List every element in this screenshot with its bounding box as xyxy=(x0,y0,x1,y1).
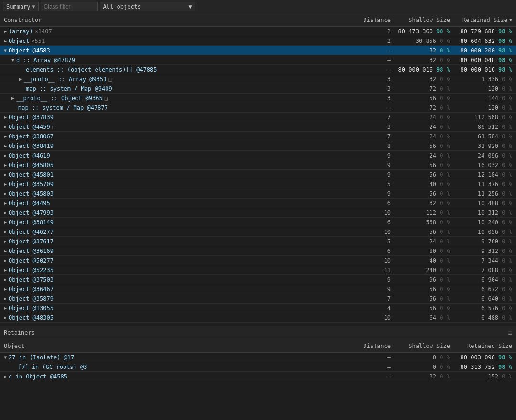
table-row[interactable]: ▶Object @45805956 0 %16 032 0 % xyxy=(0,160,516,170)
table-row[interactable]: ▶Object @13055456 0 %6 576 0 % xyxy=(0,304,516,313)
retainers-header-distance[interactable]: Distance xyxy=(358,343,397,349)
retainers-header-retained[interactable]: Retained Size xyxy=(454,343,516,349)
cell-distance: – xyxy=(358,47,397,54)
constructor-name: Object @35709 xyxy=(9,181,54,188)
cell-shallow-size: 56 0 % xyxy=(397,295,454,302)
table-row[interactable]: ▶Object @37617524 0 %9 760 0 % xyxy=(0,237,516,246)
table-row[interactable]: ▼27 in (Isolate) @17–0 0 %80 003 096 98 … xyxy=(0,353,516,362)
header-shallow-size[interactable]: Shallow Size xyxy=(397,17,454,23)
table-row[interactable]: ▶Object @36169680 0 %9 312 0 % xyxy=(0,246,516,256)
cell-constructor: ▶Object @48305 xyxy=(0,315,358,321)
class-filter-input[interactable] xyxy=(41,2,98,11)
expand-arrow-icon[interactable]: ▶ xyxy=(4,258,7,263)
retainers-header-object[interactable]: Object xyxy=(0,343,358,349)
table-row[interactable]: ▶Object @462771056 0 %10 056 0 % xyxy=(0,227,516,237)
constructor-name: map :: system / Map @9409 xyxy=(26,85,112,92)
expand-arrow-icon[interactable]: ▶ xyxy=(4,305,7,311)
cell-constructor: ▶Object @37617 xyxy=(0,238,358,245)
table-row[interactable]: ▶Object @4459 □324 0 %86 512 0 % xyxy=(0,122,516,132)
table-row[interactable]: ▶(array) ×1407280 473 360 98 %80 729 688… xyxy=(0,27,516,36)
retainers-header-shallow[interactable]: Shallow Size xyxy=(397,343,454,349)
table-row[interactable]: ▶Object @5223511240 0 %7 088 0 % xyxy=(0,265,516,275)
header-retained-size[interactable]: Retained Size ▼ xyxy=(454,17,516,23)
expand-arrow-icon[interactable]: ▼ xyxy=(11,57,14,63)
table-row[interactable]: ▶Object @381496568 0 %10 240 0 % xyxy=(0,218,516,227)
table-row[interactable]: map :: system / Map @47877–72 0 %120 0 % xyxy=(0,103,516,113)
expand-arrow-icon[interactable]: ▶ xyxy=(19,76,22,82)
table-row[interactable]: ▶__proto__ :: Object @9365 □356 0 %144 0… xyxy=(0,94,516,103)
expand-arrow-icon[interactable]: ▶ xyxy=(4,172,7,177)
cell-distance: – xyxy=(358,354,397,361)
table-row[interactable]: ▶__proto__ :: Array @9351 □332 0 %1 336 … xyxy=(0,74,516,84)
expand-arrow-icon[interactable]: ▶ xyxy=(4,239,7,244)
table-row[interactable]: map :: system / Map @9409372 0 %120 0 % xyxy=(0,84,516,94)
table-row[interactable]: ▶Object ×551230 856 0 %80 604 632 98 % xyxy=(0,36,516,46)
cell-distance: 10 xyxy=(358,229,397,235)
table-row[interactable]: ▶Object @37839724 0 %112 568 0 % xyxy=(0,113,516,122)
table-row[interactable]: [7] in (GC roots) @3–0 0 %80 313 752 98 … xyxy=(0,362,516,372)
table-row[interactable]: ▶Object @37503996 0 %6 904 0 % xyxy=(0,275,516,284)
header-distance[interactable]: Distance xyxy=(358,17,397,23)
expand-arrow-icon[interactable]: ▶ xyxy=(4,229,7,234)
table-row[interactable]: ▶c in Object @4585–32 0 %152 0 % xyxy=(0,372,516,381)
cell-shallow-size: 32 0 % xyxy=(397,76,454,83)
expand-arrow-icon[interactable]: ▶ xyxy=(4,374,7,379)
table-row[interactable]: ▶Object @38419856 0 %31 920 0 % xyxy=(0,141,516,151)
cell-retained-size: 80 604 632 98 % xyxy=(454,38,516,44)
expand-arrow-icon[interactable]: ▶ xyxy=(4,277,7,282)
cell-distance: 7 xyxy=(358,114,397,121)
expand-arrow-icon[interactable]: ▼ xyxy=(4,48,7,53)
expand-arrow-icon[interactable]: ▶ xyxy=(4,181,7,187)
expand-arrow-icon[interactable]: ▶ xyxy=(4,115,7,120)
table-row[interactable]: ▶Object @35709540 0 %11 376 0 % xyxy=(0,179,516,189)
table-row[interactable]: elements :: (object elements)[] @47885–8… xyxy=(0,65,516,74)
expand-arrow-icon[interactable]: ▶ xyxy=(4,286,7,292)
expand-arrow-icon[interactable]: ▶ xyxy=(4,191,7,196)
cell-shallow-size: 40 0 % xyxy=(397,181,454,188)
expand-arrow-icon[interactable]: ▶ xyxy=(4,210,7,215)
table-row[interactable]: ▶Object @4799310112 0 %10 312 0 % xyxy=(0,208,516,218)
expand-arrow-icon[interactable]: ▶ xyxy=(4,267,7,273)
summary-dropdown[interactable]: Summary ▼ xyxy=(3,2,39,11)
cell-retained-size: 144 0 % xyxy=(454,95,516,102)
cell-retained-size: 80 000 048 98 % xyxy=(454,57,516,63)
expand-arrow-icon[interactable]: ▶ xyxy=(4,162,7,168)
expand-arrow-icon[interactable]: ▶ xyxy=(4,200,7,206)
cell-shallow-size: 24 0 % xyxy=(397,114,454,121)
table-row[interactable]: ▶Object @4495632 0 %10 488 0 % xyxy=(0,199,516,208)
table-row[interactable]: ▼d :: Array @47879–32 0 %80 000 048 98 % xyxy=(0,55,516,65)
expand-arrow-icon[interactable]: ▶ xyxy=(4,315,7,320)
table-row[interactable]: ▶Object @35879756 0 %6 640 0 % xyxy=(0,294,516,304)
expand-arrow-icon[interactable]: ▶ xyxy=(4,296,7,301)
constructor-name: 27 in (Isolate) @17 xyxy=(9,354,74,361)
table-row[interactable]: ▶Object @502771040 0 %7 344 0 % xyxy=(0,256,516,265)
cell-constructor: ▶Object @47993 xyxy=(0,210,358,216)
table-row[interactable]: ▶Object @45801956 0 %12 104 0 % xyxy=(0,170,516,179)
expand-arrow-icon[interactable]: ▶ xyxy=(4,134,7,139)
table-row[interactable]: ▶Object @4619924 0 %24 096 0 % xyxy=(0,151,516,160)
expand-arrow-icon[interactable]: ▶ xyxy=(11,95,14,101)
retainers-column-headers: Object Distance Shallow Size Retained Si… xyxy=(0,339,516,353)
cell-constructor: [7] in (GC roots) @3 xyxy=(0,364,358,370)
expand-arrow-icon[interactable]: ▶ xyxy=(4,29,7,34)
expand-arrow-icon[interactable]: ▶ xyxy=(4,248,7,253)
expand-arrow-icon[interactable]: ▶ xyxy=(4,124,7,129)
cell-distance: 3 xyxy=(358,85,397,92)
expand-arrow-icon[interactable]: ▶ xyxy=(4,153,7,158)
table-row[interactable]: ▶Object @36467956 0 %6 672 0 % xyxy=(0,284,516,294)
table-row[interactable]: ▼Object @4583–32 0 %80 000 200 98 % xyxy=(0,46,516,55)
table-row[interactable]: ▶Object @483051064 0 %6 488 0 % xyxy=(0,313,516,323)
table-row[interactable]: ▶Object @45803956 0 %11 256 0 % xyxy=(0,189,516,199)
cell-retained-size: 80 000 200 98 % xyxy=(454,47,516,54)
constructor-name: Object @38419 xyxy=(9,143,54,149)
expand-arrow-icon[interactable]: ▶ xyxy=(4,38,7,43)
expand-arrow-icon[interactable]: ▼ xyxy=(4,355,7,360)
cell-retained-size: 80 729 688 98 % xyxy=(454,28,516,35)
cell-retained-size: 112 568 0 % xyxy=(454,114,516,121)
retainers-menu-icon[interactable]: ≡ xyxy=(508,329,512,336)
all-objects-dropdown[interactable]: All objects ▼ xyxy=(100,2,195,11)
expand-arrow-icon[interactable]: ▶ xyxy=(4,143,7,148)
table-row[interactable]: ▶Object @38067724 0 %61 584 0 % xyxy=(0,132,516,141)
expand-arrow-icon[interactable]: ▶ xyxy=(4,220,7,225)
header-constructor[interactable]: Constructor xyxy=(0,17,358,23)
